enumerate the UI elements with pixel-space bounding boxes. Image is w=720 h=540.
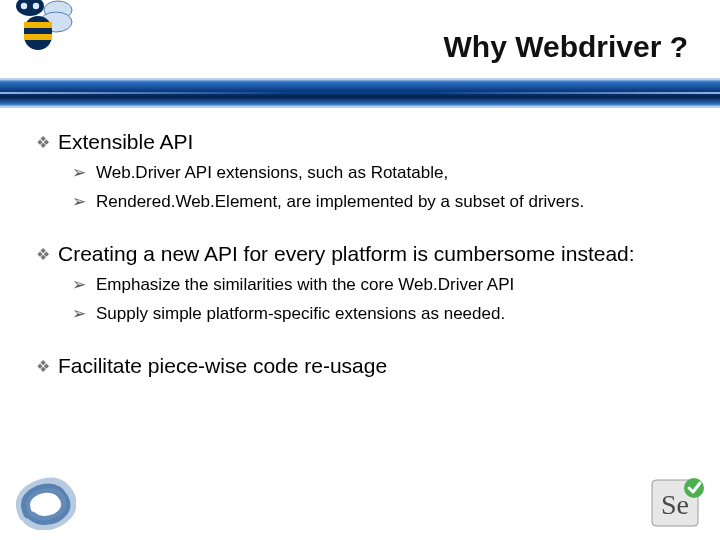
swirl-icon bbox=[14, 476, 76, 530]
sub-bullet: ➢ Emphasize the similarities with the co… bbox=[72, 274, 692, 297]
slide-title: Why Webdriver ? bbox=[444, 30, 688, 64]
bullet-extensible-api: ❖ Extensible API bbox=[36, 130, 692, 154]
svg-rect-9 bbox=[24, 16, 52, 50]
arrow-bullet-icon: ➢ bbox=[72, 274, 86, 297]
sub-bullet-text: Emphasize the similarities with the core… bbox=[96, 274, 514, 297]
arrow-bullet-icon: ➢ bbox=[72, 303, 86, 326]
header-bar bbox=[0, 78, 720, 108]
diamond-bullet-icon: ❖ bbox=[36, 245, 50, 264]
selenium-logo-icon: Se bbox=[650, 476, 706, 530]
arrow-bullet-icon: ➢ bbox=[72, 162, 86, 185]
svg-point-14 bbox=[684, 478, 704, 498]
bee-logo-icon bbox=[8, 0, 80, 64]
bullet-label: Extensible API bbox=[58, 130, 193, 154]
diamond-bullet-icon: ❖ bbox=[36, 357, 50, 376]
sub-bullet: ➢ Supply simple platform-specific extens… bbox=[72, 303, 692, 326]
diamond-bullet-icon: ❖ bbox=[36, 133, 50, 152]
bullet-label: Facilitate piece-wise code re-usage bbox=[58, 354, 387, 378]
svg-rect-10 bbox=[24, 22, 52, 28]
arrow-bullet-icon: ➢ bbox=[72, 191, 86, 214]
sub-bullet-text: Supply simple platform-specific extensio… bbox=[96, 303, 505, 326]
sub-bullet-text: Web.Driver API extensions, such as Rotat… bbox=[96, 162, 448, 185]
svg-text:Se: Se bbox=[661, 489, 689, 520]
svg-rect-11 bbox=[24, 34, 52, 40]
sub-bullet-text: Rendered.Web.Element, are implemented by… bbox=[96, 191, 584, 214]
svg-point-5 bbox=[21, 3, 27, 9]
slide-header: Why Webdriver ? bbox=[0, 0, 720, 110]
sub-bullet: ➢ Web.Driver API extensions, such as Rot… bbox=[72, 162, 692, 185]
svg-point-0 bbox=[16, 0, 44, 16]
svg-point-6 bbox=[33, 3, 39, 9]
bullet-reusage: ❖ Facilitate piece-wise code re-usage bbox=[36, 354, 692, 378]
bullet-label: Creating a new API for every platform is… bbox=[58, 242, 635, 266]
slide-content: ❖ Extensible API ➢ Web.Driver API extens… bbox=[36, 130, 692, 386]
bullet-new-api: ❖ Creating a new API for every platform … bbox=[36, 242, 692, 266]
sub-bullet: ➢ Rendered.Web.Element, are implemented … bbox=[72, 191, 692, 214]
